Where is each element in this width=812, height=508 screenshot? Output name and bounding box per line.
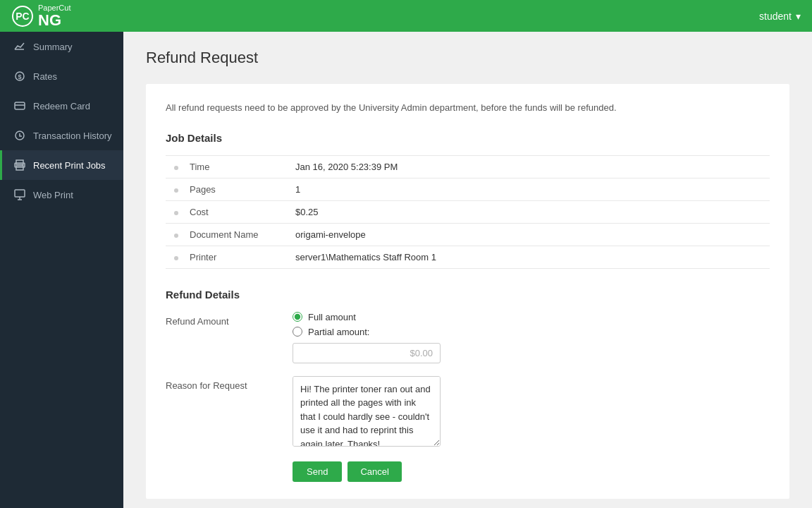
table-row: Time Jan 16, 2020 5:23:39 PM xyxy=(166,155,770,178)
job-details-section: Job Details Time Jan 16, 2020 5:23:39 PM… xyxy=(166,132,770,269)
cancel-button[interactable]: Cancel xyxy=(347,461,401,482)
partial-amount-label: Partial amount: xyxy=(308,327,369,337)
page-title: Refund Request xyxy=(146,49,789,67)
sidebar-item-rates[interactable]: $ Rates xyxy=(0,61,123,91)
field-label: Cost xyxy=(187,200,293,223)
refund-details-title: Refund Details xyxy=(166,289,770,301)
full-amount-option[interactable]: Full amount xyxy=(293,312,770,322)
svg-text:PC: PC xyxy=(16,11,29,22)
row-dot-cell xyxy=(166,178,187,200)
app-header: PC PaperCut NG student ▾ xyxy=(0,0,812,32)
card-icon xyxy=(13,99,26,112)
user-menu[interactable]: student ▾ xyxy=(759,11,801,22)
row-dot-cell xyxy=(166,223,187,246)
refund-amount-label: Refund Amount xyxy=(166,312,293,327)
sidebar-item-summary[interactable]: Summary xyxy=(0,32,123,61)
amount-input-wrapper xyxy=(293,343,441,363)
sidebar-label-transaction-history: Transaction History xyxy=(33,131,112,141)
logo-brand: PaperCut NG xyxy=(38,4,70,28)
svg-point-10 xyxy=(22,164,23,166)
row-dot xyxy=(174,256,178,260)
field-value: Jan 16, 2020 5:23:39 PM xyxy=(293,155,770,178)
sidebar-item-redeem-card[interactable]: Redeem Card xyxy=(0,91,123,121)
row-dot xyxy=(174,166,178,170)
field-label: Printer xyxy=(187,246,293,268)
chevron-down-icon: ▾ xyxy=(796,11,801,22)
sidebar-label-recent-print-jobs: Recent Print Jobs xyxy=(33,160,106,171)
send-button[interactable]: Send xyxy=(293,461,342,482)
field-value: $0.25 xyxy=(293,200,770,223)
chart-icon xyxy=(13,40,26,53)
sidebar-label-web-print: Web Print xyxy=(33,190,73,200)
refund-details-section: Refund Details Refund Amount Full amount xyxy=(166,289,770,482)
history-icon xyxy=(13,129,26,142)
username-label: student xyxy=(759,11,792,22)
field-label: Time xyxy=(187,155,293,178)
table-row: Cost $0.25 xyxy=(166,200,770,223)
reason-row: Reason for Request xyxy=(166,376,770,449)
row-dot xyxy=(174,211,178,215)
svg-rect-11 xyxy=(15,190,25,197)
row-dot-cell xyxy=(166,155,187,178)
row-dot xyxy=(174,234,178,238)
row-dot xyxy=(174,188,178,193)
amount-input[interactable] xyxy=(293,343,441,363)
table-row: Pages 1 xyxy=(166,178,770,200)
svg-rect-8 xyxy=(16,166,23,170)
partial-amount-radio[interactable] xyxy=(293,327,302,337)
papercut-logo-icon: PC xyxy=(11,5,34,28)
sidebar-item-transaction-history[interactable]: Transaction History xyxy=(0,121,123,150)
main-content: Refund Request All refund requests need … xyxy=(123,32,812,508)
form-actions: Send Cancel xyxy=(293,461,770,482)
sidebar: Summary $ Rates Redeem Card xyxy=(0,32,123,508)
coin-icon: $ xyxy=(13,70,26,83)
sidebar-label-redeem-card: Redeem Card xyxy=(33,101,90,111)
job-details-table: Time Jan 16, 2020 5:23:39 PM Pages 1 Cos… xyxy=(166,155,770,269)
full-amount-label: Full amount xyxy=(308,312,356,322)
refund-amount-control: Full amount Partial amount: xyxy=(293,312,770,363)
full-amount-radio[interactable] xyxy=(293,312,302,322)
logo-ng-text: NG xyxy=(38,13,70,28)
field-label: Pages xyxy=(187,178,293,200)
print-icon xyxy=(13,159,26,171)
field-value: server1\Mathematics Staff Room 1 xyxy=(293,246,770,268)
sidebar-item-recent-print-jobs[interactable]: Recent Print Jobs xyxy=(0,150,123,180)
sidebar-label-rates: Rates xyxy=(33,71,57,82)
refund-amount-row: Refund Amount Full amount Partial amount… xyxy=(166,312,770,363)
sidebar-item-web-print[interactable]: Web Print xyxy=(0,180,123,210)
svg-rect-4 xyxy=(15,102,25,109)
refund-radio-group: Full amount Partial amount: xyxy=(293,312,770,337)
field-label: Document Name xyxy=(187,223,293,246)
job-details-title: Job Details xyxy=(166,132,770,144)
table-row: Document Name origami-envelope xyxy=(166,223,770,246)
logo-area: PC PaperCut NG xyxy=(11,4,70,28)
row-dot-cell xyxy=(166,246,187,268)
content-card: All refund requests need to be approved … xyxy=(146,84,789,499)
webprint-icon xyxy=(13,188,26,201)
main-layout: Summary $ Rates Redeem Card xyxy=(0,32,812,508)
reason-control xyxy=(293,376,770,449)
svg-text:$: $ xyxy=(18,73,21,80)
field-value: 1 xyxy=(293,178,770,200)
sidebar-label-summary: Summary xyxy=(33,42,73,52)
reason-textarea[interactable] xyxy=(293,376,441,447)
field-value: origami-envelope xyxy=(293,223,770,246)
svg-rect-7 xyxy=(16,160,23,164)
reason-label: Reason for Request xyxy=(166,376,293,391)
table-row: Printer server1\Mathematics Staff Room 1 xyxy=(166,246,770,268)
row-dot-cell xyxy=(166,200,187,223)
partial-amount-option[interactable]: Partial amount: xyxy=(293,327,770,337)
notice-text: All refund requests need to be approved … xyxy=(166,101,770,115)
